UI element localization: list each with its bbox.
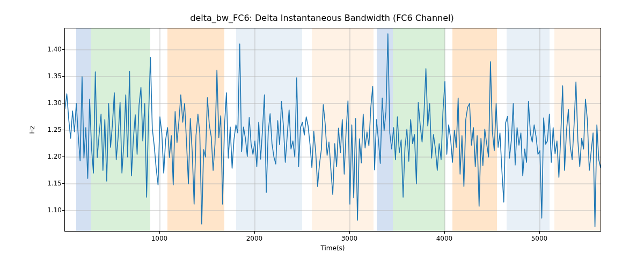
y-tick <box>62 49 64 50</box>
x-tick <box>159 232 160 234</box>
x-tick-label: 4000 <box>436 235 453 242</box>
y-tick-label: 1.30 <box>47 99 62 107</box>
series-path <box>65 34 601 227</box>
y-axis-label: Hz <box>28 125 36 133</box>
y-tick-label: 1.25 <box>47 126 62 133</box>
chart-title: delta_bw_FC6: Delta Instantaneous Bandwi… <box>0 13 644 23</box>
x-axis-label: Time(s) <box>321 244 345 252</box>
plot-area <box>64 28 601 232</box>
x-tick <box>349 232 350 234</box>
y-tick <box>62 130 64 130</box>
line-series <box>65 28 601 232</box>
x-tick-label: 2000 <box>246 235 263 242</box>
y-tick-label: 1.10 <box>47 206 62 214</box>
y-tick <box>62 76 64 77</box>
x-tick <box>254 232 255 234</box>
figure: delta_bw_FC6: Delta Instantaneous Bandwi… <box>0 0 644 268</box>
y-tick-label: 1.35 <box>47 72 62 80</box>
y-tick-label: 1.20 <box>47 153 62 160</box>
y-tick <box>62 183 64 184</box>
x-tick <box>444 232 445 234</box>
y-tick <box>62 103 64 103</box>
x-tick-label: 5000 <box>531 235 548 242</box>
x-tick-label: 1000 <box>151 235 168 242</box>
y-tick <box>62 157 64 157</box>
x-tick <box>539 232 540 234</box>
y-tick-label: 1.40 <box>47 46 62 53</box>
x-tick-label: 3000 <box>341 235 358 242</box>
y-tick-label: 1.15 <box>47 180 62 187</box>
y-tick <box>62 210 64 211</box>
